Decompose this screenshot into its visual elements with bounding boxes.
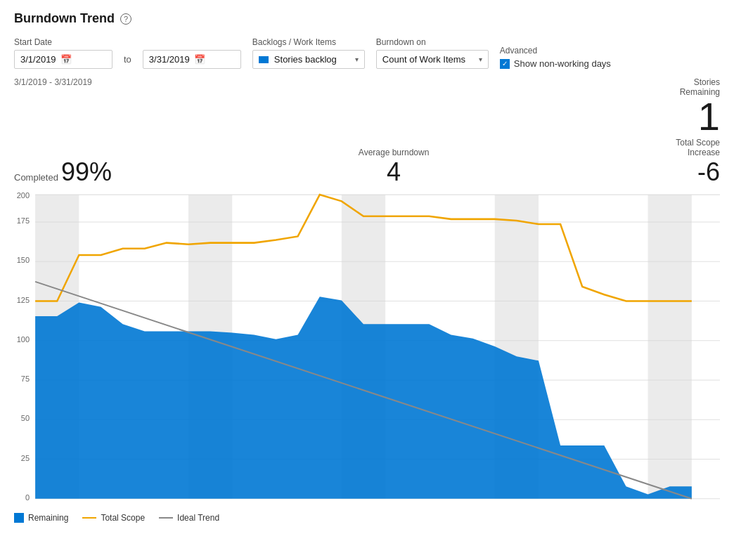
page: Burndown Trend ? Start Date 3/1/2019 📅 t… [0, 0, 734, 534]
svg-text:175: 175 [17, 216, 30, 225]
average-burndown-stat: Average burndown 4 [359, 148, 430, 187]
svg-text:3/4/2019: 3/4/2019 [79, 505, 102, 507]
svg-text:3/29/2019: 3/29/2019 [624, 505, 650, 507]
show-nonworking-row: ✓ Show non-working days [500, 58, 611, 69]
stories-remaining-value: 1 [680, 97, 720, 136]
ideal-trend-swatch [159, 517, 173, 519]
start-date-group: Start Date 3/1/2019 📅 [14, 37, 112, 69]
title-row: Burndown Trend ? [14, 11, 720, 26]
average-burndown-value: 4 [359, 157, 430, 187]
svg-text:3/1/2019: 3/1/2019 [14, 505, 37, 507]
calendar-icon: 📅 [60, 54, 72, 65]
svg-text:3/3/2019: 3/3/2019 [58, 505, 80, 507]
burndown-label: Burndown on [376, 37, 489, 47]
svg-text:3/22/2019: 3/22/2019 [471, 505, 496, 507]
svg-text:3/11/2019: 3/11/2019 [230, 505, 255, 507]
svg-text:3/27/2019: 3/27/2019 [580, 505, 605, 507]
svg-text:3/30/2019: 3/30/2019 [646, 505, 671, 507]
legend-ideal-trend-label: Ideal Trend [177, 513, 219, 523]
svg-text:3/21/2019: 3/21/2019 [449, 505, 475, 507]
svg-text:3/14/2019: 3/14/2019 [296, 505, 321, 507]
end-date-input[interactable]: 3/31/2019 📅 [143, 50, 241, 69]
svg-text:25: 25 [21, 453, 30, 462]
svg-text:3/25/2019: 3/25/2019 [536, 505, 562, 507]
start-date-input[interactable]: 3/1/2019 📅 [14, 50, 112, 69]
svg-text:3/28/2019: 3/28/2019 [602, 505, 627, 507]
svg-text:3/2/2019: 3/2/2019 [36, 505, 58, 507]
burndown-dropdown[interactable]: Count of Work Items ▾ [376, 50, 489, 69]
show-nonworking-checkbox[interactable]: ✓ [500, 59, 510, 69]
legend-total-scope-label: Total Scope [101, 513, 145, 523]
legend-total-scope: Total Scope [82, 513, 145, 523]
svg-text:3/12/2019: 3/12/2019 [252, 505, 277, 507]
end-date-group: 3/31/2019 📅 [143, 50, 241, 69]
svg-text:3/8/2019: 3/8/2019 [167, 505, 189, 507]
total-scope-label: Total ScopeIncrease [676, 138, 720, 157]
advanced-label: Advanced [500, 46, 611, 56]
svg-text:3/15/2019: 3/15/2019 [318, 505, 343, 507]
svg-text:3/7/2019: 3/7/2019 [145, 505, 167, 507]
date-range: 3/1/2019 - 3/31/2019 [14, 77, 92, 87]
svg-text:3/18/2019: 3/18/2019 [383, 505, 408, 507]
svg-text:3/13/2019: 3/13/2019 [274, 505, 300, 507]
legend-remaining-label: Remaining [28, 513, 68, 523]
to-separator: to [124, 54, 131, 69]
remaining-area [35, 297, 692, 498]
average-burndown-label: Average burndown [359, 148, 430, 157]
start-date-value: 3/1/2019 [20, 54, 56, 65]
chart-area: 0 25 50 75 100 125 150 175 200 [14, 191, 720, 507]
end-date-value: 3/31/2019 [149, 54, 190, 65]
burndown-dropdown-arrow: ▾ [479, 56, 482, 63]
chart-legend: Remaining Total Scope Ideal Trend [14, 513, 720, 523]
svg-text:3/20/2019: 3/20/2019 [427, 505, 452, 507]
help-icon[interactable]: ? [120, 13, 131, 25]
advanced-group: Advanced ✓ Show non-working days [500, 46, 611, 69]
backlogs-dropdown-arrow: ▾ [355, 56, 359, 63]
svg-text:3/24/2019: 3/24/2019 [515, 505, 540, 507]
stories-remaining: StoriesRemaining 1 [680, 77, 720, 136]
svg-text:3/16/2019: 3/16/2019 [340, 505, 365, 507]
svg-text:3/9/2019: 3/9/2019 [188, 505, 211, 507]
start-date-label: Start Date [14, 37, 112, 47]
svg-text:3/19/2019: 3/19/2019 [405, 505, 430, 507]
total-scope-stat: Total ScopeIncrease -6 [676, 138, 720, 187]
backlogs-value: Stories backlog [274, 54, 351, 65]
backlogs-group: Backlogs / Work Items Stories backlog ▾ [252, 37, 365, 69]
legend-remaining: Remaining [14, 513, 68, 523]
svg-text:125: 125 [17, 295, 30, 304]
total-scope-swatch [82, 517, 96, 519]
svg-text:75: 75 [21, 375, 30, 383]
svg-text:0: 0 [25, 493, 30, 502]
controls-row: Start Date 3/1/2019 📅 to 3/31/2019 📅 Bac… [14, 37, 720, 69]
burndown-value: Count of Work Items [382, 54, 475, 65]
svg-text:150: 150 [17, 256, 30, 264]
svg-text:3/6/2019: 3/6/2019 [123, 505, 146, 507]
burndown-group: Burndown on Count of Work Items ▾ [376, 37, 489, 69]
svg-text:3/31/2019: 3/31/2019 [668, 505, 693, 507]
svg-text:200: 200 [17, 191, 30, 200]
svg-text:3/5/2019: 3/5/2019 [101, 505, 124, 507]
burndown-chart: 0 25 50 75 100 125 150 175 200 [14, 191, 720, 507]
completed-stat: Completed 99% [14, 157, 112, 187]
completed-label: Completed [14, 172, 58, 183]
svg-text:3/17/2019: 3/17/2019 [361, 505, 387, 507]
remaining-swatch [14, 513, 24, 523]
completed-value: 99% [61, 157, 112, 187]
total-scope-value: -6 [676, 157, 720, 187]
show-nonworking-label: Show non-working days [514, 58, 611, 69]
svg-text:100: 100 [17, 335, 30, 344]
svg-text:50: 50 [21, 414, 30, 422]
calendar-icon-2: 📅 [194, 54, 205, 65]
svg-rect-22 [648, 195, 692, 499]
backlogs-label: Backlogs / Work Items [252, 37, 365, 47]
svg-text:3/10/2019: 3/10/2019 [208, 505, 233, 507]
backlog-icon [259, 56, 269, 63]
legend-ideal-trend: Ideal Trend [159, 513, 219, 523]
svg-text:3/23/2019: 3/23/2019 [493, 505, 518, 507]
page-title: Burndown Trend [14, 11, 115, 26]
svg-text:3/26/2019: 3/26/2019 [558, 505, 584, 507]
backlogs-dropdown[interactable]: Stories backlog ▾ [252, 50, 365, 69]
